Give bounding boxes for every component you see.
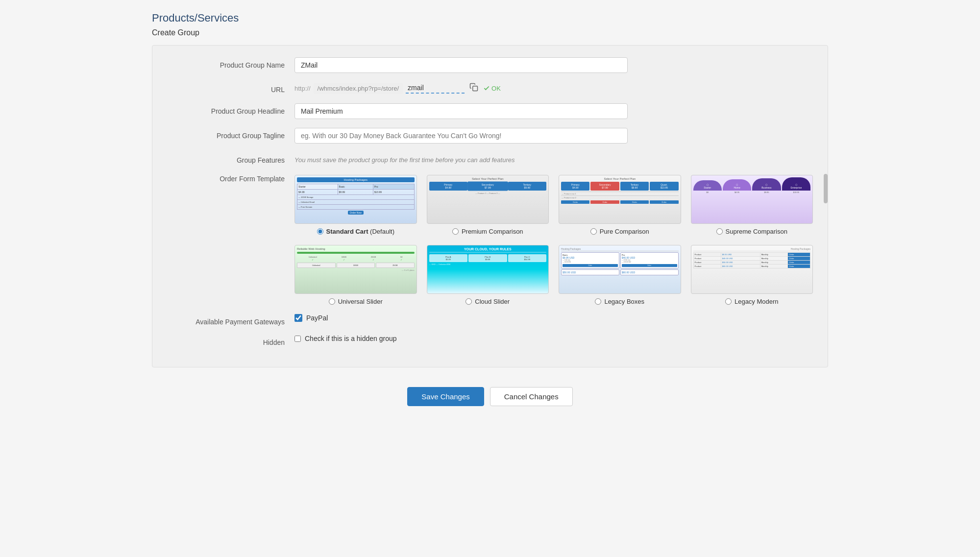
template-radio-legacy-boxes[interactable] bbox=[595, 298, 601, 305]
product-group-name-row: Product Group Name bbox=[167, 57, 813, 73]
template-radio-pure[interactable] bbox=[590, 228, 597, 235]
url-label: URL bbox=[167, 82, 294, 94]
product-group-name-input[interactable] bbox=[294, 57, 628, 73]
url-row: URL http:// /whmcs/index.php?rp=/store/ bbox=[167, 82, 813, 95]
template-thumbnail-legacy-boxes[interactable]: Hosting Packages Basic $9.95 USD — 5GB d… bbox=[559, 245, 681, 294]
product-group-tagline-row: Product Group Tagline bbox=[167, 128, 813, 144]
template-radio-standard[interactable] bbox=[317, 228, 323, 235]
cancel-changes-button[interactable]: Cancel Changes bbox=[490, 387, 573, 406]
product-group-headline-label: Product Group Headline bbox=[167, 103, 294, 115]
product-group-headline-input[interactable] bbox=[294, 103, 628, 119]
template-thumbnail-premium[interactable]: Select Your Perfect Plan Primary$4.99 Se… bbox=[427, 175, 549, 224]
payment-gateways-label: Available Payment Gateways bbox=[167, 314, 294, 326]
url-ok-indicator: OK bbox=[483, 85, 501, 92]
product-group-tagline-input[interactable] bbox=[294, 128, 628, 144]
url-copy-button[interactable] bbox=[467, 82, 480, 95]
product-group-name-label: Product Group Name bbox=[167, 57, 294, 69]
product-group-headline-row: Product Group Headline bbox=[167, 103, 813, 119]
save-changes-button[interactable]: Save Changes bbox=[407, 387, 484, 406]
template-label-universal[interactable]: Universal Slider bbox=[338, 298, 383, 305]
template-option-pure: Select Your Perfect Plan Primary$4.99 Se… bbox=[559, 175, 681, 235]
hidden-checkbox-row: Check if this is a hidden group bbox=[294, 335, 813, 342]
url-middle: /whmcs/index.php?rp=/store/ bbox=[314, 83, 403, 94]
payment-gateways-row: Available Payment Gateways PayPal bbox=[167, 314, 813, 326]
template-label-pure[interactable]: Pure Comparison bbox=[600, 228, 649, 235]
template-option-premium: Select Your Perfect Plan Primary$4.99 Se… bbox=[427, 175, 549, 235]
hidden-checkbox[interactable] bbox=[294, 336, 301, 342]
template-radio-supreme[interactable] bbox=[716, 228, 723, 235]
template-label-cloud[interactable]: Cloud Slider bbox=[475, 298, 510, 305]
template-option-standard: Hosting Packages Starter Basic Pro $4.99 bbox=[294, 175, 417, 235]
paypal-label[interactable]: PayPal bbox=[306, 314, 328, 322]
action-bar: Save Changes Cancel Changes bbox=[152, 377, 828, 416]
product-group-tagline-label: Product Group Tagline bbox=[167, 128, 294, 140]
order-form-template-label: Order Form Template bbox=[167, 173, 294, 183]
template-thumbnail-universal[interactable]: Reliable Web Hosting Unlimited✓ 10GB✓ 25… bbox=[294, 245, 417, 294]
form-card: Product Group Name URL http:// /whmcs/in… bbox=[152, 45, 828, 367]
hidden-label: Hidden bbox=[167, 335, 294, 346]
hidden-row: Hidden Check if this is a hidden group bbox=[167, 335, 813, 346]
template-option-supreme: ⬡Starter ⬡Home ⬡Business ⬡Enterprise $0 … bbox=[691, 175, 813, 235]
template-label-supreme[interactable]: Supreme Comparison bbox=[726, 228, 787, 235]
template-label-standard[interactable]: Standard Cart (Default) bbox=[326, 228, 394, 235]
group-features-label: Group Features bbox=[167, 152, 294, 164]
template-label-premium[interactable]: Premium Comparison bbox=[462, 228, 523, 235]
template-option-legacy-boxes: Hosting Packages Basic $9.95 USD — 5GB d… bbox=[559, 245, 681, 305]
order-templates-grid: Hosting Packages Starter Basic Pro $4.99 bbox=[294, 175, 813, 305]
template-radio-premium[interactable] bbox=[452, 228, 459, 235]
svg-rect-0 bbox=[473, 86, 478, 91]
template-label-legacy-modern[interactable]: Legacy Modern bbox=[735, 298, 779, 305]
group-features-note: You must save the product group for the … bbox=[294, 152, 813, 164]
template-option-legacy-modern: Hosting Packages Product $9.95 USD Month… bbox=[691, 245, 813, 305]
template-radio-universal[interactable] bbox=[329, 298, 335, 305]
group-features-row: Group Features You must save the product… bbox=[167, 152, 813, 164]
url-slug-input[interactable] bbox=[406, 83, 465, 94]
template-thumbnail-cloud[interactable]: YOUR CLOUD, YOUR RULES Plan A$5.99 Plan … bbox=[427, 245, 549, 294]
section-title: Create Group bbox=[152, 28, 828, 37]
order-form-template-row: Order Form Template Hosting Packages Sta… bbox=[167, 173, 813, 305]
paypal-checkbox[interactable] bbox=[294, 314, 302, 322]
template-option-cloud: YOUR CLOUD, YOUR RULES Plan A$5.99 Plan … bbox=[427, 245, 549, 305]
template-thumbnail-pure[interactable]: Select Your Perfect Plan Primary$4.99 Se… bbox=[559, 175, 681, 224]
hidden-checkbox-label[interactable]: Check if this is a hidden group bbox=[305, 335, 397, 342]
template-radio-legacy-modern[interactable] bbox=[725, 298, 732, 305]
template-thumbnail-supreme[interactable]: ⬡Starter ⬡Home ⬡Business ⬡Enterprise $0 … bbox=[691, 175, 813, 224]
url-prefix: http:// bbox=[294, 85, 311, 92]
page-title: Products/Services bbox=[152, 12, 828, 24]
template-option-universal: Reliable Web Hosting Unlimited✓ 10GB✓ 25… bbox=[294, 245, 417, 305]
template-thumbnail-standard[interactable]: Hosting Packages Starter Basic Pro $4.99 bbox=[294, 175, 417, 224]
scrollbar[interactable] bbox=[824, 174, 828, 203]
template-thumbnail-legacy-modern[interactable]: Hosting Packages Product $9.95 USD Month… bbox=[691, 245, 813, 294]
template-label-legacy-boxes[interactable]: Legacy Boxes bbox=[604, 298, 644, 305]
paypal-row: PayPal bbox=[294, 314, 813, 322]
template-radio-cloud[interactable] bbox=[466, 298, 472, 305]
